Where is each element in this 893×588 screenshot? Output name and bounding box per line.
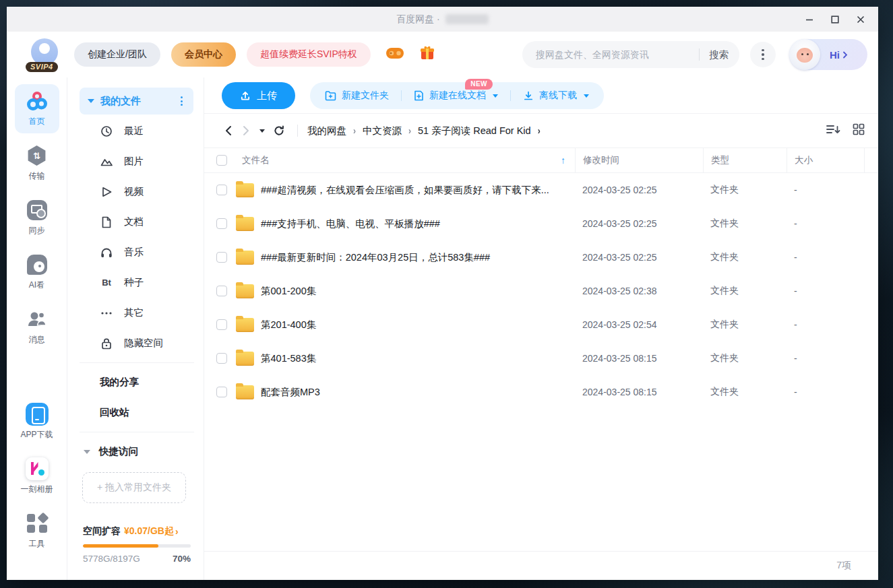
- file-type: 文件夹: [703, 285, 787, 297]
- row-checkbox[interactable]: [216, 185, 227, 195]
- caret-down-icon: [493, 94, 498, 98]
- maximize-button[interactable]: [830, 14, 840, 25]
- row-checkbox[interactable]: [216, 353, 227, 364]
- nav-my-files[interactable]: 我的文件: [80, 88, 193, 115]
- rail-item-sync[interactable]: 同步: [15, 193, 59, 242]
- new-online-doc-button[interactable]: NEW 新建在线文档: [414, 90, 498, 102]
- table-row[interactable]: ###支持手机、电脑、电视、平板播放### 2024-03-25 02:25 文…: [204, 207, 878, 240]
- more-menu-button[interactable]: [750, 42, 776, 67]
- storage-section[interactable]: 空间扩容 ¥0.07/GB起 › 5778G/8197G 70%: [67, 525, 204, 580]
- close-button[interactable]: [855, 14, 866, 25]
- table-row[interactable]: 第001-200集 2024-03-25 02:38 文件夹 -: [204, 274, 878, 308]
- table-row[interactable]: ###最新更新时间：2024年03月25日，总计583集### 2024-03-…: [204, 240, 878, 274]
- column-size[interactable]: 大小: [787, 148, 864, 172]
- back-button[interactable]: [219, 123, 237, 139]
- video-play-icon: [100, 186, 113, 198]
- lock-icon: [100, 337, 113, 350]
- tools-icon: [26, 512, 49, 535]
- sort-ascending-icon[interactable]: ↑: [561, 155, 565, 166]
- nav-item-videos[interactable]: 视频: [67, 176, 204, 207]
- file-size: -: [787, 286, 864, 296]
- toolbar: 上传 新建文件夹 NEW: [204, 77, 878, 113]
- row-checkbox[interactable]: [216, 252, 227, 263]
- file-size: -: [787, 218, 864, 229]
- item-count: 7项: [836, 560, 851, 572]
- search-input[interactable]: [536, 49, 694, 60]
- file-time: 2024-03-25 02:25: [575, 218, 703, 229]
- file-name[interactable]: ###最新更新时间：2024年03月25日，总计583集###: [261, 251, 575, 264]
- search-bar[interactable]: 搜索: [522, 41, 739, 68]
- rail-item-tools[interactable]: 工具: [15, 507, 59, 556]
- nav-item-others[interactable]: 其它: [67, 298, 204, 328]
- forward-button[interactable]: [237, 123, 255, 139]
- file-name[interactable]: 第001-200集: [261, 285, 575, 298]
- game-center-icon[interactable]: [386, 46, 404, 63]
- row-checkbox[interactable]: [216, 319, 227, 330]
- my-files-menu-icon[interactable]: [178, 94, 185, 108]
- file-name[interactable]: 第401-583集: [261, 352, 575, 365]
- gift-icon[interactable]: [419, 45, 435, 64]
- chevron-right-icon[interactable]: ›: [538, 125, 541, 137]
- table-row[interactable]: 第201-400集 2024-03-25 02:54 文件夹 -: [204, 308, 878, 341]
- storage-price[interactable]: ¥0.07/GB起: [124, 525, 174, 537]
- nav-item-recycle-bin[interactable]: 回收站: [67, 397, 204, 428]
- rail-item-ai-view[interactable]: AI看: [15, 248, 59, 297]
- member-center-button[interactable]: 会员中心: [171, 42, 236, 67]
- svip-promo-button[interactable]: 超值续费延长SVIP特权: [247, 42, 371, 67]
- grid-view-button[interactable]: [853, 123, 865, 138]
- main-panel: 上传 新建文件夹 NEW: [204, 77, 878, 580]
- history-caret-icon[interactable]: [259, 129, 265, 133]
- folder-drop-zone[interactable]: + 拖入常用文件夹: [82, 472, 186, 503]
- more-dots-icon: [100, 311, 113, 315]
- table-row[interactable]: 配套音频MP3 2024-03-25 08:15 文件夹 -: [204, 375, 878, 409]
- nav-item-recent[interactable]: 最近: [67, 116, 204, 146]
- nav-item-documents[interactable]: 文档: [67, 207, 204, 237]
- download-icon: [523, 90, 534, 101]
- nav-item-music[interactable]: 音乐: [67, 237, 204, 267]
- new-badge: NEW: [465, 79, 493, 90]
- folder-icon: [236, 251, 254, 265]
- nav-item-my-share[interactable]: 我的分享: [67, 367, 204, 397]
- collapse-caret-icon[interactable]: [88, 99, 94, 103]
- rail-item-app-download[interactable]: APP下载: [15, 397, 59, 447]
- row-checkbox[interactable]: [216, 218, 227, 229]
- create-team-button[interactable]: 创建企业/团队: [74, 42, 160, 67]
- nav-item-hidden-space[interactable]: 隐藏空间: [67, 328, 204, 358]
- rail-item-transfer[interactable]: ⇅ 传输: [15, 139, 59, 188]
- storage-expand-label[interactable]: 空间扩容: [83, 525, 121, 537]
- sort-order-button[interactable]: [826, 123, 840, 138]
- select-all-checkbox[interactable]: [216, 155, 227, 166]
- breadcrumb-item-current[interactable]: 51 亲子阅读 Read For Kid: [418, 125, 531, 137]
- nav-quick-access[interactable]: 快捷访问: [67, 436, 204, 467]
- table-row[interactable]: 第401-583集 2024-03-25 08:15 文件夹 -: [204, 341, 878, 375]
- rail-item-messages[interactable]: 消息: [15, 302, 59, 352]
- account-logo[interactable]: SVIP4: [27, 38, 62, 71]
- folder-icon: [236, 352, 254, 366]
- collapse-caret-icon[interactable]: [84, 450, 90, 454]
- row-checkbox[interactable]: [216, 286, 227, 296]
- column-type[interactable]: 类型: [703, 148, 787, 172]
- profile-pill[interactable]: Hi: [789, 39, 867, 70]
- nav-item-torrents[interactable]: Bt 种子: [67, 267, 204, 298]
- file-name[interactable]: 第201-400集: [261, 319, 575, 331]
- search-button[interactable]: 搜索: [709, 48, 729, 61]
- row-checkbox[interactable]: [216, 387, 227, 397]
- table-row[interactable]: ###超清视频，在线观看会压缩画质，如果要画质好，请下载下来... 2024-0…: [204, 173, 878, 207]
- offline-download-button[interactable]: 离线下载: [523, 90, 589, 102]
- titlebar: 百度网盘 ·: [7, 7, 878, 32]
- new-folder-button[interactable]: 新建文件夹: [325, 90, 389, 102]
- file-name[interactable]: 配套音频MP3: [261, 386, 575, 399]
- file-name[interactable]: ###超清视频，在线观看会压缩画质，如果要画质好，请下载下来...: [261, 184, 575, 197]
- column-name[interactable]: 文件名: [242, 154, 270, 166]
- user-avatar-icon: [31, 38, 58, 65]
- upload-button[interactable]: 上传: [222, 82, 295, 109]
- refresh-button[interactable]: [269, 122, 289, 139]
- breadcrumb-item-root[interactable]: 我的网盘: [307, 125, 346, 137]
- column-time[interactable]: 修改时间: [575, 148, 703, 172]
- minimize-button[interactable]: [804, 14, 815, 25]
- file-name[interactable]: ###支持手机、电脑、电视、平板播放###: [261, 218, 575, 230]
- rail-item-photo-album[interactable]: 一刻相册: [15, 452, 59, 501]
- nav-item-images[interactable]: 图片: [67, 146, 204, 176]
- rail-item-home[interactable]: 首页: [15, 84, 59, 133]
- breadcrumb-item[interactable]: 中文资源: [363, 125, 402, 137]
